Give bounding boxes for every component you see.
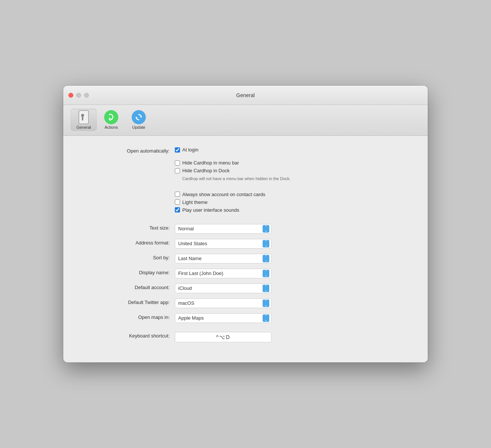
- tab-general[interactable]: General: [71, 109, 97, 131]
- tab-general-label: General: [76, 125, 91, 129]
- main-window: General General: [63, 86, 428, 362]
- tab-update-label: Update: [132, 125, 145, 129]
- default-twitter-row: Default Twitter app: macOS Twitterrific …: [78, 298, 413, 308]
- open-maps-label: Open maps in:: [78, 313, 175, 321]
- open-maps-select-wrapper: Apple Maps Google Maps: [175, 313, 272, 323]
- default-twitter-select[interactable]: macOS Twitterrific Tweetbot: [175, 298, 272, 308]
- light-theme-row: Light theme: [175, 199, 413, 205]
- extra-options-row: Always show account on contact cards Lig…: [78, 192, 413, 215]
- hide-options-row: Hide Cardhop in menu bar Hide Cardhop in…: [78, 160, 413, 186]
- default-account-label: Default account:: [78, 284, 175, 291]
- light-theme-label[interactable]: Light theme: [182, 199, 208, 205]
- actions-icon: [104, 110, 118, 124]
- default-twitter-label: Default Twitter app:: [78, 298, 175, 306]
- text-size-select[interactable]: Small Normal Large Extra Large: [175, 224, 272, 234]
- toolbar: General Actions: [63, 105, 428, 136]
- address-format-select-wrapper: United States Canada United Kingdom Aust…: [175, 239, 272, 249]
- keyboard-shortcut-label: Keyboard shortcut:: [78, 332, 175, 340]
- display-name-select-wrapper: First Last (John Doe) Last First (Doe, J…: [175, 269, 272, 278]
- address-format-label: Address format:: [78, 239, 175, 247]
- tab-actions[interactable]: Actions: [98, 109, 124, 131]
- display-name-row: Display name: First Last (John Doe) Last…: [78, 269, 413, 278]
- close-button[interactable]: [68, 93, 73, 97]
- tab-update[interactable]: Update: [126, 109, 152, 131]
- general-icon: [77, 110, 91, 124]
- default-account-select[interactable]: iCloud On My Mac Gmail: [175, 284, 272, 293]
- tab-actions-label: Actions: [105, 125, 118, 129]
- titlebar: General: [63, 86, 428, 105]
- sort-by-select-wrapper: First Name Last Name: [175, 254, 272, 263]
- play-sounds-checkbox[interactable]: [175, 207, 180, 212]
- at-login-checkbox[interactable]: [175, 147, 180, 153]
- sort-by-row: Sort by: First Name Last Name: [78, 254, 413, 263]
- open-automatically-row: Open automatically: At login: [78, 147, 413, 155]
- text-size-row: Text size: Small Normal Large Extra Larg…: [78, 224, 413, 234]
- default-twitter-select-wrapper: macOS Twitterrific Tweetbot: [175, 298, 272, 308]
- sort-by-select[interactable]: First Name Last Name: [175, 254, 272, 263]
- light-theme-checkbox[interactable]: [175, 199, 180, 205]
- play-sounds-label[interactable]: Play user interface sounds: [182, 207, 239, 213]
- at-login-row: At login: [175, 147, 413, 153]
- address-format-row: Address format: United States Canada Uni…: [78, 239, 413, 249]
- always-show-account-row: Always show account on contact cards: [175, 192, 413, 197]
- window-title: General: [236, 92, 255, 98]
- always-show-account-checkbox[interactable]: [175, 192, 180, 197]
- display-name-select[interactable]: First Last (John Doe) Last First (Doe, J…: [175, 269, 272, 278]
- play-sounds-row: Play user interface sounds: [175, 207, 413, 213]
- maximize-button[interactable]: [84, 93, 89, 97]
- keyboard-shortcut-display[interactable]: ^⌥D: [175, 332, 272, 342]
- hide-dock-row: Hide Cardhop in Dock: [175, 168, 413, 173]
- hide-dock-hint: Cardhop will not have a menu bar when hi…: [182, 176, 301, 182]
- content-area: Open automatically: At login Hide Cardho…: [63, 136, 428, 362]
- traffic-lights: [68, 93, 89, 97]
- keyboard-shortcut-row: Keyboard shortcut: ^⌥D: [78, 332, 413, 342]
- open-automatically-label: Open automatically:: [78, 147, 175, 155]
- svg-rect-0: [79, 111, 89, 124]
- open-maps-row: Open maps in: Apple Maps Google Maps: [78, 313, 413, 323]
- open-automatically-control: At login: [175, 147, 413, 155]
- update-icon: [132, 110, 146, 124]
- default-account-select-wrapper: iCloud On My Mac Gmail: [175, 284, 272, 293]
- hide-menu-bar-row: Hide Cardhop in menu bar: [175, 160, 413, 166]
- default-account-row: Default account: iCloud On My Mac Gmail: [78, 284, 413, 293]
- text-size-label: Text size:: [78, 224, 175, 232]
- address-format-select[interactable]: United States Canada United Kingdom Aust…: [175, 239, 272, 249]
- hide-menu-bar-checkbox[interactable]: [175, 160, 180, 166]
- minimize-button[interactable]: [76, 93, 81, 97]
- hide-dock-label[interactable]: Hide Cardhop in Dock: [182, 168, 230, 173]
- svg-rect-2: [81, 114, 84, 117]
- text-size-select-wrapper: Small Normal Large Extra Large: [175, 224, 272, 234]
- always-show-account-label[interactable]: Always show account on contact cards: [182, 192, 265, 197]
- hide-dock-checkbox[interactable]: [175, 168, 180, 173]
- sort-by-label: Sort by:: [78, 254, 175, 262]
- hide-menu-bar-label[interactable]: Hide Cardhop in menu bar: [182, 160, 239, 166]
- display-name-label: Display name:: [78, 269, 175, 276]
- at-login-label[interactable]: At login: [182, 147, 198, 153]
- open-maps-select[interactable]: Apple Maps Google Maps: [175, 313, 272, 323]
